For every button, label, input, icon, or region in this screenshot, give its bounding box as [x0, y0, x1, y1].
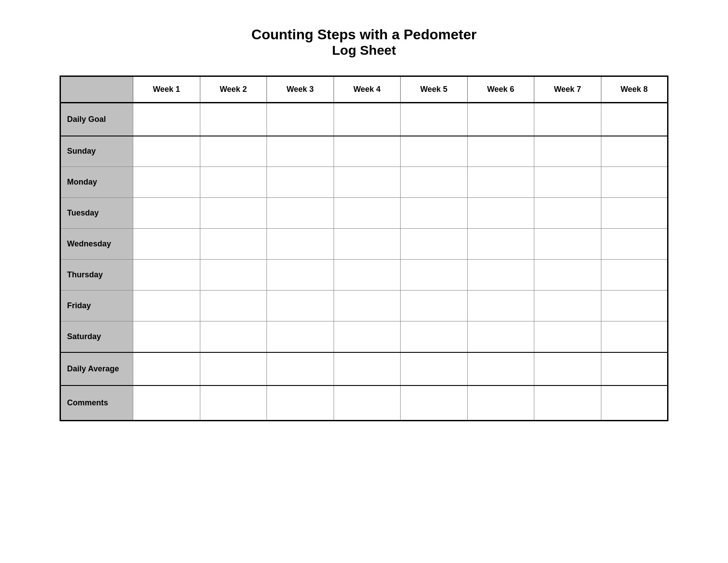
- data-cell[interactable]: [601, 291, 668, 321]
- data-cell[interactable]: [267, 260, 334, 291]
- data-cell[interactable]: [534, 291, 601, 321]
- data-cell[interactable]: [601, 229, 668, 260]
- data-cell[interactable]: [601, 352, 668, 385]
- data-cell[interactable]: [334, 385, 401, 421]
- data-cell[interactable]: [200, 198, 267, 229]
- data-cell[interactable]: [401, 136, 468, 167]
- data-cell[interactable]: [534, 352, 601, 385]
- table-row: Thursday: [60, 260, 668, 291]
- data-cell[interactable]: [467, 385, 534, 421]
- data-cell[interactable]: [534, 229, 601, 260]
- data-cell[interactable]: [401, 167, 468, 198]
- table-row: Monday: [60, 167, 668, 198]
- data-cell[interactable]: [334, 198, 401, 229]
- data-cell[interactable]: [267, 352, 334, 385]
- data-cell[interactable]: [133, 198, 200, 229]
- data-cell[interactable]: [267, 229, 334, 260]
- data-cell[interactable]: [133, 167, 200, 198]
- data-cell[interactable]: [200, 321, 267, 352]
- header-week6: Week 6: [467, 76, 534, 103]
- data-cell[interactable]: [467, 198, 534, 229]
- table-row: Friday: [60, 291, 668, 321]
- header-row: Week 1 Week 2 Week 3 Week 4 Week 5 Week …: [60, 76, 668, 103]
- data-cell[interactable]: [467, 136, 534, 167]
- sub-title: Log Sheet: [251, 43, 477, 58]
- data-cell[interactable]: [467, 291, 534, 321]
- data-cell[interactable]: [401, 103, 468, 136]
- data-cell[interactable]: [467, 229, 534, 260]
- data-cell[interactable]: [467, 352, 534, 385]
- row-label-monday: Monday: [60, 167, 133, 198]
- data-cell[interactable]: [267, 198, 334, 229]
- data-cell[interactable]: [334, 291, 401, 321]
- data-cell[interactable]: [334, 229, 401, 260]
- data-cell[interactable]: [401, 291, 468, 321]
- data-cell[interactable]: [334, 352, 401, 385]
- data-cell[interactable]: [267, 103, 334, 136]
- data-cell[interactable]: [534, 167, 601, 198]
- data-cell[interactable]: [467, 167, 534, 198]
- data-cell[interactable]: [133, 103, 200, 136]
- data-cell[interactable]: [133, 136, 200, 167]
- data-cell[interactable]: [133, 352, 200, 385]
- data-cell[interactable]: [601, 103, 668, 136]
- data-cell[interactable]: [133, 385, 200, 421]
- data-cell[interactable]: [534, 260, 601, 291]
- data-cell[interactable]: [200, 291, 267, 321]
- data-cell[interactable]: [467, 103, 534, 136]
- data-cell[interactable]: [200, 260, 267, 291]
- data-cell[interactable]: [133, 291, 200, 321]
- data-cell[interactable]: [534, 321, 601, 352]
- data-cell[interactable]: [401, 385, 468, 421]
- data-cell[interactable]: [267, 136, 334, 167]
- row-label-thursday: Thursday: [60, 260, 133, 291]
- main-title: Counting Steps with a Pedometer: [251, 26, 477, 43]
- data-cell[interactable]: [401, 352, 468, 385]
- data-cell[interactable]: [200, 229, 267, 260]
- table-row: Wednesday: [60, 229, 668, 260]
- data-cell[interactable]: [601, 167, 668, 198]
- header-label-cell: [60, 76, 133, 103]
- log-table: Week 1 Week 2 Week 3 Week 4 Week 5 Week …: [60, 76, 668, 421]
- header-week7: Week 7: [534, 76, 601, 103]
- data-cell[interactable]: [334, 136, 401, 167]
- data-cell[interactable]: [401, 198, 468, 229]
- row-label-friday: Friday: [60, 291, 133, 321]
- row-label-wednesday: Wednesday: [60, 229, 133, 260]
- row-label-daily-average: Daily Average: [60, 352, 133, 385]
- data-cell[interactable]: [401, 229, 468, 260]
- table-row: Daily Goal: [60, 103, 668, 136]
- header-week1: Week 1: [133, 76, 200, 103]
- data-cell[interactable]: [601, 385, 668, 421]
- data-cell[interactable]: [401, 321, 468, 352]
- data-cell[interactable]: [534, 103, 601, 136]
- data-cell[interactable]: [200, 167, 267, 198]
- data-cell[interactable]: [200, 103, 267, 136]
- data-cell[interactable]: [334, 103, 401, 136]
- data-cell[interactable]: [467, 260, 534, 291]
- data-cell[interactable]: [334, 167, 401, 198]
- row-label-comments: Comments: [60, 385, 133, 421]
- data-cell[interactable]: [467, 321, 534, 352]
- data-cell[interactable]: [601, 136, 668, 167]
- data-cell[interactable]: [133, 321, 200, 352]
- data-cell[interactable]: [133, 229, 200, 260]
- data-cell[interactable]: [534, 198, 601, 229]
- data-cell[interactable]: [534, 385, 601, 421]
- data-cell[interactable]: [601, 198, 668, 229]
- data-cell[interactable]: [200, 385, 267, 421]
- data-cell[interactable]: [267, 291, 334, 321]
- data-cell[interactable]: [334, 321, 401, 352]
- data-cell[interactable]: [534, 136, 601, 167]
- data-cell[interactable]: [267, 385, 334, 421]
- data-cell[interactable]: [334, 260, 401, 291]
- data-cell[interactable]: [200, 352, 267, 385]
- data-cell[interactable]: [401, 260, 468, 291]
- data-cell[interactable]: [133, 260, 200, 291]
- data-cell[interactable]: [601, 321, 668, 352]
- data-cell[interactable]: [267, 167, 334, 198]
- data-cell[interactable]: [601, 260, 668, 291]
- data-cell[interactable]: [200, 136, 267, 167]
- row-label-daily-goal: Daily Goal: [60, 103, 133, 136]
- data-cell[interactable]: [267, 321, 334, 352]
